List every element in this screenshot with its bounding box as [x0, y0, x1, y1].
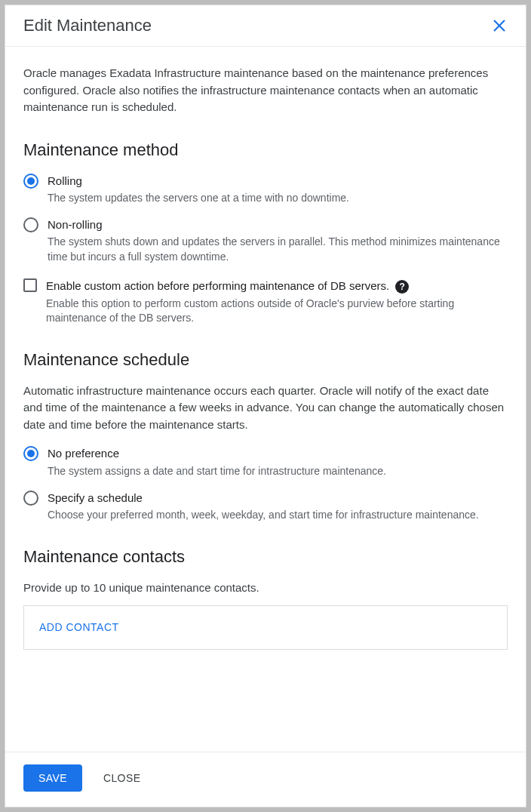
option-desc: The system shuts down and updates the se…: [48, 235, 508, 264]
radio-icon: [23, 217, 38, 232]
contacts-box: ADD CONTACT: [23, 605, 508, 650]
close-button[interactable]: CLOSE: [100, 764, 143, 792]
add-contact-button[interactable]: ADD CONTACT: [39, 621, 119, 633]
method-option-nonrolling[interactable]: Non-rolling The system shuts down and up…: [23, 217, 508, 265]
edit-maintenance-dialog: Edit Maintenance Oracle manages Exadata …: [5, 5, 526, 807]
close-icon-button[interactable]: [488, 14, 511, 37]
dialog-title: Edit Maintenance: [23, 16, 152, 35]
dialog-body: Oracle manages Exadata Infrastructure ma…: [5, 47, 526, 752]
maintenance-contacts-heading: Maintenance contacts: [23, 544, 508, 569]
schedule-option-specify[interactable]: Specify a schedule Choose your preferred…: [23, 490, 508, 523]
option-desc: Enable this option to perform custom act…: [46, 297, 508, 326]
dialog-footer: SAVE CLOSE: [5, 752, 526, 807]
option-label: No preference: [48, 447, 119, 460]
option-label: Non-rolling: [48, 218, 103, 231]
radio-icon: [23, 174, 38, 189]
option-desc: Choose your preferred month, week, weekd…: [48, 508, 508, 523]
schedule-option-nopref[interactable]: No preference The system assigns a date …: [23, 445, 508, 478]
contacts-desc: Provide up to 10 unique maintenance cont…: [23, 580, 508, 597]
option-desc: The system assigns a date and start time…: [48, 464, 508, 479]
radio-icon: [23, 491, 38, 506]
option-label: Specify a schedule: [48, 491, 143, 504]
custom-action-checkbox-row[interactable]: Enable custom action before performing m…: [23, 278, 508, 326]
help-icon[interactable]: ?: [395, 280, 409, 294]
checkbox-icon: [23, 278, 37, 292]
intro-text: Oracle manages Exadata Infrastructure ma…: [23, 65, 508, 116]
maintenance-schedule-heading: Maintenance schedule: [23, 347, 508, 372]
maintenance-method-heading: Maintenance method: [23, 137, 508, 162]
dialog-header: Edit Maintenance: [5, 5, 526, 47]
option-label: Enable custom action before performing m…: [46, 278, 389, 295]
option-label: Rolling: [48, 174, 82, 187]
option-desc: The system updates the servers one at a …: [48, 191, 508, 206]
radio-icon: [23, 446, 38, 461]
close-icon: [491, 17, 508, 34]
schedule-desc: Automatic infrastructure maintenance occ…: [23, 383, 508, 434]
save-button[interactable]: SAVE: [23, 764, 82, 792]
method-option-rolling[interactable]: Rolling The system updates the servers o…: [23, 173, 508, 206]
